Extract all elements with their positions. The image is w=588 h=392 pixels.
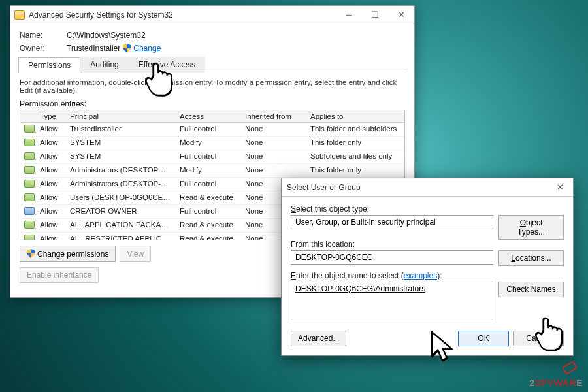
cell-principal: ALL APPLICATION PACKAGES [66, 219, 176, 232]
table-row[interactable]: AllowAdministrators (DESKTOP-0G...Modify… [20, 164, 404, 178]
col-applies[interactable]: Applies to [306, 110, 404, 122]
change-owner-link[interactable]: Change [133, 44, 161, 53]
name-row: Name: C:\Windows\System32 [20, 31, 405, 40]
tab-effective-access[interactable]: Effective Access [129, 57, 205, 73]
cell-principal: ALL RESTRICTED APPLICATIO... [66, 233, 176, 240]
cell-type: Allow [36, 219, 66, 232]
grid-header: Type Principal Access Inherited from App… [20, 110, 404, 123]
principal-icon [24, 193, 35, 201]
location-label: From this location: [291, 240, 493, 249]
object-type-field[interactable] [291, 215, 493, 229]
watermark: 2SPYWARE [529, 378, 583, 388]
object-types-button[interactable]: Object Types... [498, 215, 564, 240]
maximize-button[interactable]: ☐ [362, 6, 388, 24]
minimize-button[interactable]: ─ [336, 6, 362, 24]
cell-type: Allow [36, 233, 66, 240]
watermark-spy: SPYWAR [534, 378, 576, 388]
table-row[interactable]: AllowSYSTEMFull controlNoneSubfolders an… [20, 150, 404, 164]
cell-type: Allow [36, 178, 66, 191]
principal-icon [24, 125, 35, 133]
titlebar[interactable]: Select User or Group ✕ [282, 178, 573, 197]
owner-label: Owner: [20, 44, 67, 53]
dialog-title: Select User or Group [282, 183, 547, 192]
shield-icon [123, 44, 131, 53]
cell-principal: Administrators (DESKTOP-0G... [66, 164, 176, 177]
cell-applies: This folder only [306, 164, 404, 177]
cell-applies: This folder only [306, 137, 404, 150]
ok-button[interactable]: OK [458, 331, 509, 346]
cell-access: Read & execute [176, 191, 241, 204]
principal-icon [24, 235, 35, 240]
tab-auditing[interactable]: Auditing [80, 57, 128, 73]
principal-icon [24, 139, 35, 146]
cell-access: Full control [176, 178, 241, 191]
owner-value: TrustedInstaller [67, 44, 120, 53]
cell-principal: Administrators (DESKTOP-0G... [66, 178, 176, 191]
check-names-button[interactable]: Check Names [498, 282, 564, 297]
titlebar[interactable]: Advanced Security Settings for System32 … [10, 6, 414, 24]
info-text: For additional information, double-click… [20, 78, 405, 94]
col-principal[interactable]: Principal [66, 110, 176, 122]
close-button[interactable]: ✕ [388, 6, 414, 24]
name-label: Name: [20, 31, 67, 40]
change-permissions-button[interactable]: Change permissions [20, 246, 116, 262]
cell-inherited: None [241, 137, 306, 150]
location-field[interactable] [291, 250, 493, 265]
cell-access: Full control [176, 123, 241, 136]
cell-principal: Users (DESKTOP-0GQ6CEG\Us... [66, 191, 176, 204]
dialog-content: Select this object type: Object Types...… [282, 197, 573, 355]
col-type[interactable]: Type [36, 110, 66, 122]
cell-access: Modify [176, 164, 241, 177]
enter-name-label: Enter the object name to select (example… [291, 271, 493, 280]
cell-type: Allow [36, 191, 66, 204]
cell-type: Allow [36, 205, 66, 218]
object-name-input[interactable] [291, 282, 493, 319]
locations-button[interactable]: Locations... [498, 250, 564, 266]
cell-type: Allow [36, 164, 66, 177]
cell-access: Modify [176, 137, 241, 150]
owner-row: Owner: TrustedInstaller Change [20, 44, 405, 53]
principal-icon [24, 207, 35, 215]
col-inherited[interactable]: Inherited from [241, 110, 306, 122]
window-title: Advanced Security Settings for System32 [29, 10, 336, 20]
cell-type: Allow [36, 123, 66, 136]
cell-access: Read & execute [176, 233, 241, 240]
advanced-button[interactable]: Advanced... [291, 331, 346, 346]
principal-icon [24, 221, 35, 229]
tabs: Permissions Auditing Effective Access [18, 57, 406, 73]
cell-type: Allow [36, 150, 66, 163]
cell-inherited: None [241, 164, 306, 177]
view-button: View [120, 246, 151, 262]
cell-applies: Subfolders and files only [306, 150, 404, 163]
cell-principal: SYSTEM [66, 137, 176, 150]
watermark-e: E [576, 378, 583, 388]
logo-icon [563, 363, 576, 376]
cell-inherited: None [241, 150, 306, 163]
cell-principal: TrustedInstaller [66, 123, 176, 136]
folder-icon [14, 10, 25, 20]
enable-inheritance-button: Enable inheritance [20, 267, 99, 283]
col-access[interactable]: Access [176, 110, 241, 122]
cell-access: Full control [176, 205, 241, 218]
cell-principal: CREATOR OWNER [66, 205, 176, 218]
cell-access: Read & execute [176, 219, 241, 232]
principal-icon [24, 180, 35, 188]
entries-label: Permission entries: [20, 99, 405, 108]
object-type-label: Select this object type: [291, 204, 493, 214]
shield-icon [27, 249, 35, 258]
principal-icon [24, 152, 35, 160]
table-row[interactable]: AllowTrustedInstallerFull controlNoneThi… [20, 123, 404, 137]
cell-access: Full control [176, 150, 241, 163]
close-button[interactable]: ✕ [547, 178, 573, 197]
cell-type: Allow [36, 137, 66, 150]
cancel-button[interactable]: Cancel [513, 331, 564, 346]
select-user-group-dialog: Select User or Group ✕ Select this objec… [281, 178, 574, 356]
cell-inherited: None [241, 123, 306, 136]
table-row[interactable]: AllowSYSTEMModifyNoneThis folder only [20, 137, 404, 150]
window-buttons: ─ ☐ ✕ [336, 6, 414, 24]
principal-icon [24, 166, 35, 174]
examples-link[interactable]: examples [404, 271, 437, 280]
tab-permissions[interactable]: Permissions [18, 57, 80, 73]
name-value: C:\Windows\System32 [67, 31, 146, 40]
cell-principal: SYSTEM [66, 150, 176, 163]
